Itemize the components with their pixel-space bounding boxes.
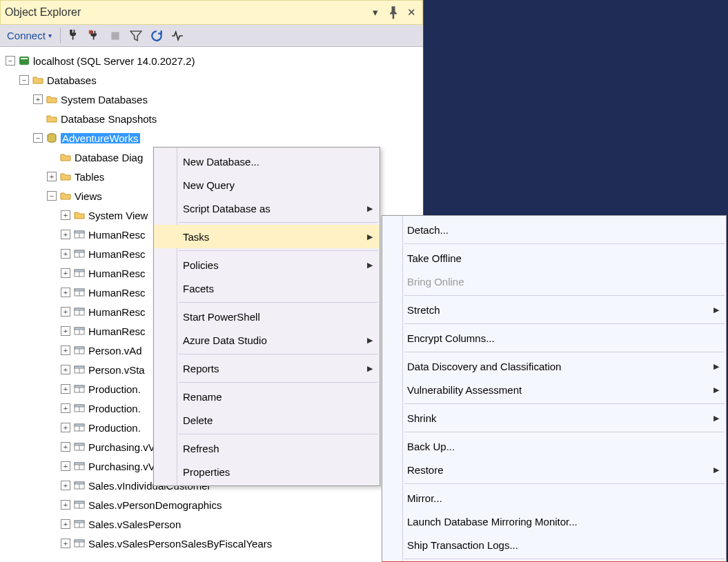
menu-start-powershell[interactable]: Start PowerShell	[154, 305, 380, 328]
expander-plus-icon[interactable]: +	[61, 365, 70, 374]
expander-plus-icon[interactable]: +	[61, 288, 70, 297]
expander-minus-icon[interactable]: −	[47, 191, 57, 201]
menu-new-database[interactable]: New Database...	[154, 150, 380, 173]
expander-plus-icon[interactable]: +	[61, 384, 70, 394]
refresh-icon[interactable]	[148, 27, 166, 45]
expander-plus-icon[interactable]: +	[61, 403, 70, 413]
menu-launch-mirroring[interactable]: Launch Database Mirroring Monitor...	[382, 510, 726, 533]
view-icon	[73, 344, 86, 357]
node-label: HumanResc	[88, 230, 146, 240]
expander-plus-icon[interactable]: +	[61, 345, 70, 355]
folder-icon	[59, 170, 72, 183]
folder-icon	[73, 209, 86, 221]
toolbar: Connect ▾	[0, 25, 423, 47]
connect-label: Connect	[7, 30, 46, 41]
expander-plus-icon[interactable]: +	[61, 326, 70, 336]
svg-rect-1	[19, 57, 29, 65]
database-icon	[46, 132, 58, 144]
menu-policies[interactable]: Policies	[154, 253, 380, 277]
menu-facets[interactable]: Facets	[154, 277, 380, 300]
expander-plus-icon[interactable]: +	[61, 461, 70, 471]
expander-plus-icon[interactable]: +	[61, 268, 70, 278]
view-icon	[73, 537, 86, 550]
menu-ship-logs[interactable]: Ship Transaction Logs...	[382, 533, 726, 556]
expander-plus-icon[interactable]: +	[61, 500, 70, 510]
tree-node-system-databases[interactable]: + System Databases	[3, 90, 423, 109]
expander-plus-icon[interactable]: +	[33, 94, 43, 104]
view-icon	[73, 460, 86, 472]
folder-icon	[32, 74, 44, 86]
view-icon	[73, 363, 86, 376]
node-label: Production.	[88, 403, 141, 414]
svg-rect-17	[75, 308, 84, 310]
tree-node-view[interactable]: +Sales.vSalesPerson	[3, 514, 423, 534]
menu-refresh[interactable]: Refresh	[154, 436, 380, 460]
tree-node-server[interactable]: − localhost (SQL Server 14.0.2027.2)	[3, 51, 423, 70]
view-icon	[73, 267, 86, 279]
expander-plus-icon[interactable]: +	[61, 519, 70, 529]
tree-node-view[interactable]: +Sales.vSalesPersonSalesByFiscalYears	[3, 534, 423, 553]
menu-properties[interactable]: Properties	[154, 460, 380, 483]
expander-plus-icon[interactable]: +	[61, 423, 70, 432]
tree-node-view[interactable]: +Sales.vPersonDemographics	[3, 495, 423, 514]
menu-data-discovery[interactable]: Data Discovery and Classification	[382, 354, 726, 378]
svg-rect-20	[75, 328, 84, 330]
panel-title-bar: Object Explorer ▾ ✕	[0, 0, 423, 25]
menu-delete[interactable]: Delete	[154, 408, 380, 432]
activity-monitor-icon[interactable]	[168, 27, 186, 45]
menu-rename[interactable]: Rename	[154, 385, 380, 408]
connect-button[interactable]: Connect ▾	[3, 28, 56, 43]
view-icon	[73, 499, 86, 511]
menu-reports[interactable]: Reports	[154, 357, 380, 380]
menu-stretch[interactable]: Stretch	[382, 298, 726, 321]
menu-new-query[interactable]: New Query	[154, 173, 380, 197]
expander-plus-icon[interactable]: +	[61, 307, 70, 317]
menu-take-offline[interactable]: Take Offline	[382, 246, 726, 270]
expander-minus-icon[interactable]: −	[19, 75, 29, 85]
menu-tasks[interactable]: Tasks	[154, 225, 380, 248]
node-label: HumanResc	[88, 268, 146, 279]
menu-shrink[interactable]: Shrink	[382, 406, 726, 430]
disconnect-icon[interactable]	[86, 27, 104, 45]
expander-plus-icon[interactable]: +	[61, 481, 70, 490]
tree-node-databases[interactable]: − Databases	[3, 70, 423, 90]
expander-minus-icon[interactable]: −	[33, 133, 43, 143]
node-label: System View	[88, 210, 148, 221]
folder-icon	[46, 112, 58, 125]
expander-minus-icon[interactable]: −	[6, 56, 15, 66]
connect-plug-icon[interactable]	[65, 27, 83, 45]
expander-plus-icon[interactable]: +	[47, 172, 57, 181]
node-label: Production.	[88, 423, 141, 433]
filter-icon[interactable]	[127, 27, 145, 45]
folder-icon	[59, 190, 72, 202]
menu-restore[interactable]: Restore	[382, 458, 726, 481]
expander-plus-icon[interactable]: +	[61, 249, 70, 259]
expander-plus-icon[interactable]: +	[61, 442, 70, 452]
dropdown-icon[interactable]: ▾	[368, 6, 382, 19]
menu-vulnerability[interactable]: Vulnerability Assessment	[382, 378, 726, 401]
node-label: Sales.vPersonDemographics	[88, 500, 222, 510]
svg-rect-38	[75, 443, 84, 445]
menu-encrypt-columns[interactable]: Encrypt Columns...	[382, 326, 726, 350]
close-icon[interactable]: ✕	[404, 6, 418, 19]
svg-rect-41	[75, 463, 84, 465]
view-icon	[73, 441, 86, 453]
tree-node-adventureworks[interactable]: − AdventureWorks	[3, 128, 423, 148]
menu-azure-data-studio[interactable]: Azure Data Studio	[154, 328, 380, 352]
node-label: Person.vSta	[88, 365, 145, 375]
expander-plus-icon[interactable]: +	[61, 539, 70, 548]
tree-node-snapshots[interactable]: Database Snapshots	[3, 109, 423, 128]
context-menu-tasks: Detach... Take Offline Bring Online Stre…	[382, 215, 727, 562]
pin-icon[interactable]	[386, 6, 400, 19]
menu-detach[interactable]: Detach...	[382, 218, 726, 241]
menu-mirror[interactable]: Mirror...	[382, 486, 726, 510]
expander-plus-icon[interactable]: +	[61, 230, 70, 239]
menu-script-database-as[interactable]: Script Database as	[154, 197, 380, 220]
menu-back-up[interactable]: Back Up...	[382, 434, 726, 458]
node-label: Tables	[75, 172, 104, 182]
expander-plus-icon[interactable]: +	[61, 210, 70, 220]
node-label: Production.	[88, 384, 141, 394]
svg-rect-11	[75, 270, 84, 272]
stop-icon	[106, 27, 124, 45]
context-menu-database: New Database... New Query Script Databas…	[153, 147, 380, 486]
